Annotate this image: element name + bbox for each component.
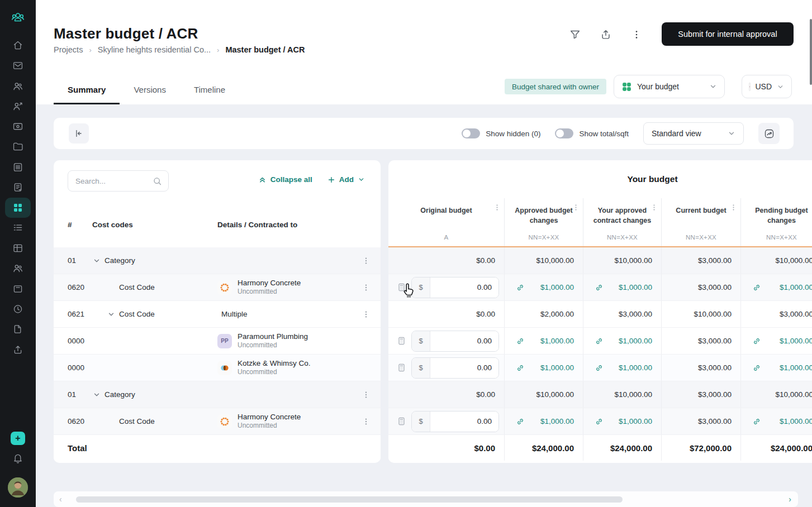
link-icon[interactable] (752, 337, 761, 346)
currency-selector[interactable]: USD (742, 75, 792, 98)
linked-amount[interactable]: $1,000.00 (540, 283, 574, 291)
view-selector[interactable]: Standard view (643, 122, 744, 145)
chevron-down-icon[interactable] (92, 390, 101, 399)
chevron-down-icon (709, 83, 717, 90)
row-menu-icon[interactable] (362, 256, 371, 265)
amount-input[interactable] (430, 278, 498, 298)
company-logo-icon[interactable] (10, 10, 26, 26)
link-icon[interactable] (516, 417, 525, 426)
browser-scrollbar-thumb[interactable] (810, 19, 812, 85)
linked-amount[interactable]: $1,000.00 (780, 283, 812, 291)
linked-amount[interactable]: $1,000.00 (540, 337, 574, 345)
archive-icon[interactable] (12, 283, 24, 295)
folder-icon[interactable] (12, 141, 24, 152)
budget-grid-icon-active[interactable] (5, 198, 31, 218)
link-icon[interactable] (516, 283, 525, 292)
linked-amount[interactable]: $1,000.00 (540, 417, 574, 425)
total-original: $0.00 (388, 435, 505, 461)
calculator-icon[interactable] (397, 417, 406, 426)
filter-icon[interactable] (566, 27, 585, 42)
scroll-right-icon[interactable]: › (789, 495, 791, 504)
chart-view-button[interactable] (758, 123, 780, 144)
row-menu-icon[interactable] (362, 417, 371, 426)
linked-amount[interactable]: $1,000.00 (619, 337, 652, 345)
submit-approval-button[interactable]: Submit for internal approval (662, 22, 794, 46)
budget-cell: $1,000.00 (741, 408, 812, 434)
contact-share-icon[interactable] (12, 101, 24, 112)
row-menu-icon[interactable] (362, 390, 371, 399)
link-icon[interactable] (752, 283, 761, 292)
cost-row: 0000PPParamount PlumbingUncommitted (54, 328, 381, 355)
calculator-icon[interactable] (397, 363, 406, 372)
link-icon[interactable] (752, 417, 761, 426)
vendor-name: Harmony Concrete (238, 279, 301, 288)
budget-row: $$1,000.00$1,000.00$3,000.00$1,000.00 (388, 355, 812, 381)
scrollbar-track[interactable] (70, 496, 781, 503)
search-box[interactable] (68, 170, 169, 192)
budget-selector[interactable]: Your budget (614, 75, 725, 98)
link-icon[interactable] (595, 363, 604, 372)
task-list-icon[interactable] (12, 222, 24, 233)
document-list-icon[interactable] (12, 161, 24, 173)
linked-amount[interactable]: $1,000.00 (619, 417, 652, 425)
share-export-icon[interactable] (596, 27, 615, 42)
collapse-panel-button[interactable] (69, 123, 89, 144)
chevron-down-icon[interactable] (92, 256, 101, 265)
breadcrumb-project-name[interactable]: Skyline heights residential Co... (98, 45, 211, 54)
budget-cell: $1,000.00 (741, 355, 812, 381)
linked-amount[interactable]: $1,000.00 (780, 337, 812, 345)
tab-timeline[interactable]: Timeline (180, 74, 239, 104)
link-icon[interactable] (595, 283, 604, 292)
budget-cell: $10,000.00 (583, 247, 662, 274)
column-cost-codes: Cost codes (92, 221, 215, 229)
show-hidden-label: Show hidden (0) (486, 130, 540, 138)
linked-amount[interactable]: $1,000.00 (780, 363, 812, 372)
tab-versions[interactable]: Versions (120, 74, 180, 104)
calculator-icon[interactable] (397, 336, 406, 346)
user-avatar[interactable] (8, 477, 28, 498)
team-icon[interactable] (12, 80, 24, 92)
search-input[interactable] (74, 176, 148, 186)
estimate-icon[interactable] (12, 181, 24, 193)
collapse-all-link[interactable]: Collapse all (258, 175, 312, 184)
members-icon[interactable] (12, 262, 24, 274)
link-icon[interactable] (752, 363, 761, 372)
show-total-toggle[interactable] (555, 128, 573, 138)
budget-cell: $1,000.00 (583, 355, 662, 381)
link-icon[interactable] (516, 337, 525, 346)
linked-amount[interactable]: $1,000.00 (780, 417, 812, 425)
add-button[interactable]: Add (327, 175, 365, 184)
linked-amount[interactable]: $1,000.00 (619, 283, 652, 291)
calculator-icon[interactable] (397, 283, 406, 292)
scrollbar-thumb[interactable] (76, 496, 623, 503)
file-icon[interactable] (12, 323, 24, 335)
scroll-left-icon[interactable]: ‹ (59, 495, 62, 504)
quick-add-button[interactable]: + (11, 432, 25, 445)
amount-input[interactable] (430, 412, 498, 432)
row-menu-icon[interactable] (362, 310, 371, 319)
column-menu-icon[interactable] (572, 203, 580, 212)
inbox-icon[interactable] (12, 60, 24, 71)
tab-summary[interactable]: Summary (54, 74, 120, 104)
link-icon[interactable] (516, 363, 525, 372)
show-hidden-toggle[interactable] (462, 128, 480, 138)
link-icon[interactable] (595, 417, 604, 426)
column-menu-icon[interactable] (729, 203, 738, 212)
linked-amount[interactable]: $1,000.00 (619, 363, 652, 372)
home-icon[interactable] (12, 40, 24, 51)
link-icon[interactable] (595, 337, 604, 346)
column-menu-icon[interactable] (650, 203, 658, 212)
history-icon[interactable] (12, 303, 24, 315)
chevron-down-icon[interactable] (107, 310, 116, 319)
notifications-icon[interactable] (12, 452, 24, 464)
breadcrumb-projects[interactable]: Projects (54, 45, 83, 54)
row-menu-icon[interactable] (362, 283, 371, 292)
export-icon[interactable] (12, 344, 24, 356)
spreadsheet-icon[interactable] (12, 242, 24, 254)
payments-icon[interactable] (12, 121, 24, 132)
more-menu-icon[interactable] (627, 27, 646, 42)
amount-input[interactable] (430, 358, 498, 378)
column-menu-icon[interactable] (493, 203, 501, 212)
amount-input[interactable] (430, 331, 498, 351)
linked-amount[interactable]: $1,000.00 (540, 363, 574, 372)
